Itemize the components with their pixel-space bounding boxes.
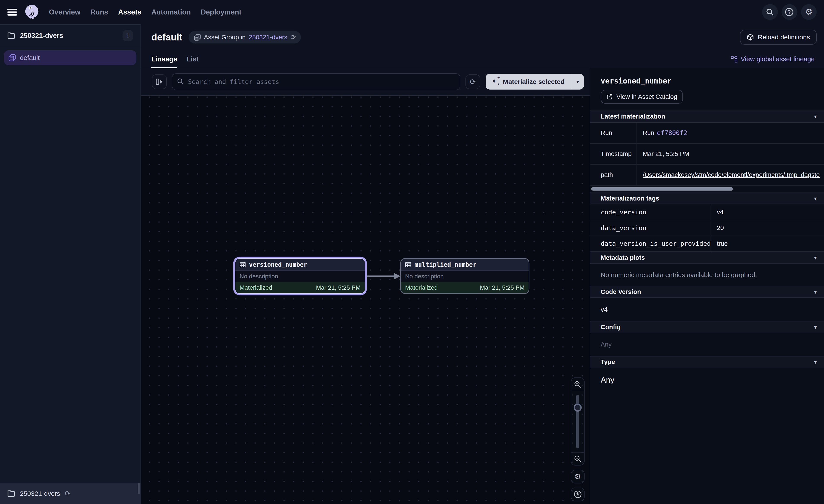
section-latest-materialization[interactable]: Latest materialization ▾ [590,111,824,123]
horizontal-scrollbar-thumb[interactable] [591,187,733,191]
tag-key: code_version [590,205,711,220]
view-global-asset-lineage-label: View global asset lineage [741,55,815,63]
top-nav-actions: ? ⚙ [762,4,817,20]
refresh-icon[interactable]: ⟳ [291,34,296,40]
zoom-slider-track[interactable] [576,395,579,449]
page-header: default Asset Group in 250321-dvers ⟳ [141,24,824,50]
nav-item-automation[interactable]: Automation [151,8,191,16]
run-id-link[interactable]: ef7800f2 [657,129,687,136]
asset-group-badge: Asset Group in 250321-dvers ⟳ [189,31,301,43]
asset-detail-title: versioned_number [601,77,814,85]
settings-button[interactable]: ⚙ [801,4,817,20]
section-code-version[interactable]: Code Version ▾ [590,286,824,298]
section-type[interactable]: Type ▾ [590,356,824,368]
sidebar-item-default-group[interactable]: default [4,50,136,65]
table-row: Run Run ef7800f2 [590,123,824,144]
table-icon [405,261,411,268]
sidebar-scrollbar[interactable] [138,483,140,494]
table-row: Timestamp Mar 21, 5:25 PM [590,144,824,165]
materialize-dropdown-caret[interactable]: ▾ [571,74,584,90]
asset-node-description: No description [401,271,529,282]
table-row: path /Users/smackesey/stm/code/elementl/… [590,165,824,185]
asset-group-icon [8,54,16,61]
tag-value: 20 [711,220,824,236]
tab-list[interactable]: List [187,50,199,68]
search-input[interactable] [172,73,460,90]
asset-search [172,73,460,90]
refresh-icon[interactable]: ⟳ [65,490,71,497]
search-button[interactable] [762,4,778,20]
zoom-in-button[interactable] [571,378,584,391]
asset-node-versioned-number[interactable]: versioned_number No description Material… [235,258,365,294]
zoom-slider-handle[interactable] [574,404,582,411]
chevron-down-icon: ▾ [814,255,817,261]
repo-name: 250321-dvers [20,31,63,39]
chevron-down-icon: ▾ [814,289,817,295]
tag-key: data_version_is_user_provided [590,236,711,251]
asset-node-description: No description [235,271,365,282]
folder-icon [7,32,15,39]
view-in-asset-catalog-button[interactable]: View in Asset Catalog [601,90,683,104]
lineage-graph-section: ⟳ ✦✦✦ Materialize selected ▾ [141,69,590,504]
badge-repo-link[interactable]: 250321-dvers [249,34,287,41]
nav-item-runs[interactable]: Runs [91,8,108,16]
expand-panel-button[interactable] [152,75,167,89]
materialize-label: Materialize selected [503,78,564,86]
row-key: Timestamp [590,144,637,164]
asset-node-title: multiplied_number [415,261,477,268]
top-nav: Overview Runs Assets Automation Deployme… [0,0,824,24]
search-icon [766,8,774,16]
table-row: code_version v4 [590,205,824,220]
tag-key: data_version [590,220,711,236]
row-key: Run [590,123,637,143]
lineage-canvas[interactable]: versioned_number No description Material… [141,96,590,504]
zoom-out-button[interactable] [571,452,584,465]
help-icon: ? [785,8,794,16]
section-title: Metadata plots [601,254,645,261]
table-row: data_version_is_user_provided true [590,236,824,252]
gear-icon: ⚙ [805,8,813,16]
asset-node-header: multiplied_number [401,259,529,271]
section-config[interactable]: Config ▾ [590,321,824,333]
reload-definitions-icon [747,33,754,41]
download-graph-button[interactable] [571,488,585,501]
zoom-slider[interactable] [571,391,584,452]
asset-node-multiplied-number[interactable]: multiplied_number No description Materia… [401,258,529,294]
help-button[interactable]: ? [782,4,797,20]
materialized-timestamp: Mar 21, 5:25 PM [316,284,360,291]
badge-prefix: Asset Group in [204,34,246,41]
code-version-value: v4 [590,298,824,321]
dagster-logo[interactable] [23,3,40,21]
chevron-down-icon: ▾ [814,113,817,120]
path-link[interactable]: /Users/smackesey/stm/code/elementl/exper… [643,171,820,178]
sidebar-divider [0,47,140,47]
primary-nav: Overview Runs Assets Automation Deployme… [49,8,241,16]
refresh-icon: ⟳ [470,78,476,86]
nav-item-deployment[interactable]: Deployment [201,8,241,16]
view-global-asset-lineage-link[interactable]: View global asset lineage [731,55,815,63]
refresh-graph-button[interactable]: ⟳ [466,75,480,89]
type-value: Any [590,368,824,395]
nav-item-assets[interactable]: Assets [118,8,141,16]
tab-lineage[interactable]: Lineage [151,50,177,68]
graph-settings-button[interactable]: ⚙ [571,470,585,484]
section-title: Config [601,324,621,331]
sidebar-footer: 250321-dvers ⟳ [0,483,140,504]
reload-definitions-button[interactable]: Reload definitions [740,30,817,44]
materialize-selected-button[interactable]: ✦✦✦ Materialize selected ▾ [486,74,584,90]
asset-groups-sidebar: 250321-dvers 1 default [0,24,141,504]
section-metadata-plots[interactable]: Metadata plots ▾ [590,252,824,264]
section-materialization-tags[interactable]: Materialization tags ▾ [590,193,824,205]
lineage-graph-icon [731,56,738,63]
sidebar-repo-row[interactable]: 250321-dvers 1 [0,25,140,47]
nav-item-overview[interactable]: Overview [49,8,81,16]
gear-icon: ⚙ [575,473,581,480]
chevron-down-icon: ▾ [814,324,817,330]
materialize-main[interactable]: ✦✦✦ Materialize selected [486,74,571,90]
asset-node-status-row: Materialized Mar 21, 5:25 PM [235,282,365,293]
hamburger-menu-icon[interactable] [7,9,17,16]
asset-node-status-row: Materialized Mar 21, 5:25 PM [401,282,529,293]
zoom-out-icon [574,455,581,463]
tag-value: true [711,236,824,251]
run-prefix: Run [643,129,654,136]
